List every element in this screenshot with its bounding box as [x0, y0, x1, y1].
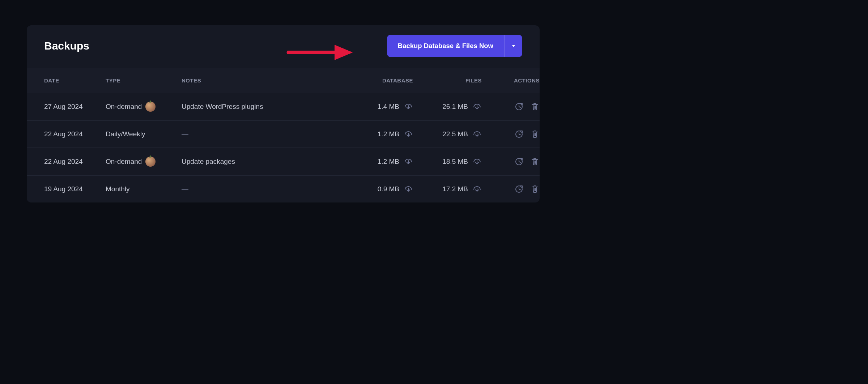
cell-type: Monthly	[106, 185, 182, 193]
cell-actions	[482, 102, 540, 111]
download-database-icon[interactable]	[404, 184, 413, 194]
col-actions: ACTIONS	[482, 77, 540, 84]
restore-icon[interactable]	[514, 102, 524, 111]
cell-notes: —	[182, 185, 352, 193]
cell-date: 19 Aug 2024	[44, 185, 106, 193]
db-size: 1.4 MB	[378, 103, 399, 111]
panel-header: Backups Backup Database & Files Now	[27, 25, 540, 68]
backup-dropdown-button[interactable]	[504, 35, 522, 57]
cell-notes: —	[182, 130, 352, 138]
delete-icon[interactable]	[530, 129, 540, 139]
table-row: 19 Aug 2024 Monthly — 0.9 MB 17.2 MB	[27, 175, 540, 202]
restore-icon[interactable]	[514, 129, 524, 139]
cell-files: 26.1 MB	[413, 102, 482, 111]
download-files-icon[interactable]	[472, 129, 482, 139]
db-size: 1.2 MB	[378, 130, 399, 138]
table-header: DATE TYPE NOTES DATABASE FILES ACTIONS	[27, 68, 540, 93]
user-avatar-icon	[145, 157, 156, 167]
type-label: Monthly	[106, 185, 130, 193]
db-size: 1.2 MB	[378, 158, 399, 166]
restore-icon[interactable]	[514, 184, 524, 194]
backups-panel: Backups Backup Database & Files Now DATE…	[27, 25, 540, 202]
cell-database: 1.2 MB	[352, 129, 413, 139]
cell-files: 22.5 MB	[413, 129, 482, 139]
type-label: Daily/Weekly	[106, 130, 145, 138]
col-database: DATABASE	[352, 77, 413, 84]
delete-icon[interactable]	[530, 157, 540, 166]
cell-date: 22 Aug 2024	[44, 158, 106, 166]
col-notes: NOTES	[182, 77, 352, 84]
download-database-icon[interactable]	[404, 102, 413, 111]
restore-icon[interactable]	[514, 157, 524, 166]
col-type: TYPE	[106, 77, 182, 84]
files-size: 22.5 MB	[442, 130, 468, 138]
cell-date: 22 Aug 2024	[44, 130, 106, 138]
cell-notes: Update WordPress plugins	[182, 103, 352, 111]
download-database-icon[interactable]	[404, 129, 413, 139]
type-label: On-demand	[106, 103, 142, 111]
files-size: 17.2 MB	[442, 185, 468, 193]
col-files: FILES	[413, 77, 482, 84]
cell-files: 18.5 MB	[413, 157, 482, 166]
cell-notes: Update packages	[182, 158, 352, 166]
table-row: 22 Aug 2024 On-demand Update packages 1.…	[27, 148, 540, 175]
backup-button-group: Backup Database & Files Now	[387, 35, 522, 57]
cell-type: On-demand	[106, 157, 182, 167]
cell-type: On-demand	[106, 102, 182, 112]
user-avatar-icon	[145, 102, 156, 112]
db-size: 0.9 MB	[378, 185, 399, 193]
cell-actions	[482, 184, 540, 194]
download-files-icon[interactable]	[472, 102, 482, 111]
caret-down-icon	[512, 45, 515, 47]
cell-type: Daily/Weekly	[106, 130, 182, 138]
delete-icon[interactable]	[530, 184, 540, 194]
download-database-icon[interactable]	[404, 157, 413, 166]
table-body: 27 Aug 2024 On-demand Update WordPress p…	[27, 93, 540, 202]
files-size: 18.5 MB	[442, 158, 468, 166]
cell-actions	[482, 157, 540, 166]
download-files-icon[interactable]	[472, 184, 482, 194]
delete-icon[interactable]	[530, 102, 540, 111]
backup-now-button[interactable]: Backup Database & Files Now	[387, 35, 504, 57]
cell-date: 27 Aug 2024	[44, 103, 106, 111]
cell-database: 1.2 MB	[352, 157, 413, 166]
download-files-icon[interactable]	[472, 157, 482, 166]
table-row: 27 Aug 2024 On-demand Update WordPress p…	[27, 93, 540, 120]
cell-files: 17.2 MB	[413, 184, 482, 194]
type-label: On-demand	[106, 158, 142, 166]
page-title: Backups	[44, 40, 89, 52]
table-row: 22 Aug 2024 Daily/Weekly — 1.2 MB 22.5 M…	[27, 120, 540, 148]
col-date: DATE	[44, 77, 106, 84]
cell-database: 1.4 MB	[352, 102, 413, 111]
cell-actions	[482, 129, 540, 139]
files-size: 26.1 MB	[442, 103, 468, 111]
cell-database: 0.9 MB	[352, 184, 413, 194]
